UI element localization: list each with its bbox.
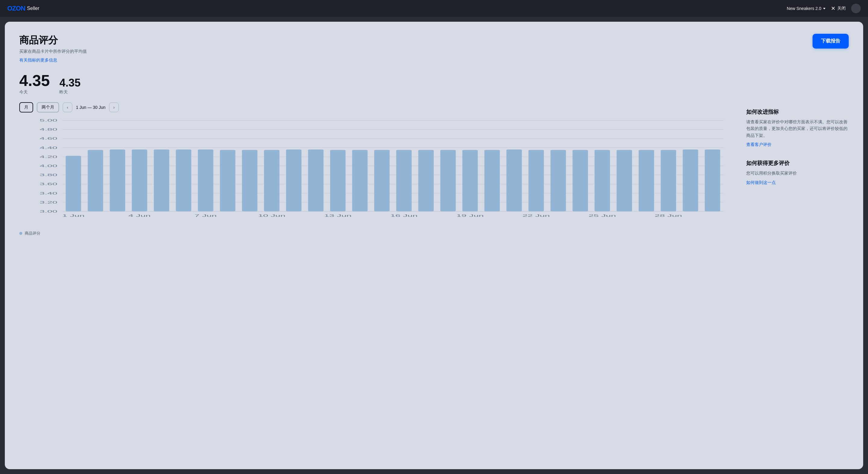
svg-rect-44 [551, 150, 566, 211]
svg-text:3.20: 3.20 [40, 201, 58, 204]
topnav-right: New Sneakers 2.0 ✕ 关闭 [787, 4, 861, 13]
svg-rect-30 [242, 150, 257, 211]
svg-rect-49 [661, 150, 676, 211]
svg-text:25 Jun: 25 Jun [589, 214, 616, 218]
today-value: 4.35 [19, 73, 50, 88]
svg-rect-39 [440, 150, 456, 211]
svg-rect-37 [396, 150, 412, 211]
svg-text:4.40: 4.40 [40, 146, 58, 150]
svg-text:4.20: 4.20 [40, 155, 58, 159]
yesterday-label: 昨天 [59, 90, 81, 95]
close-button[interactable]: ✕ 关闭 [831, 5, 846, 12]
svg-text:22 Jun: 22 Jun [523, 214, 550, 218]
right-panel: 如何改进指标 请查看买家在评价中对哪些方面表示不满。您可以改善包装的质量，更加关… [746, 102, 849, 236]
view-customer-reviews-link[interactable]: 查看客户评价 [746, 142, 772, 147]
header-left: 商品评分 买家在商品卡片中所作评分的平均值 有关指标的更多信息 [19, 34, 87, 63]
svg-text:3.40: 3.40 [40, 191, 58, 195]
improve-metrics-text: 请查看买家在评价中对哪些方面表示不满。您可以改善包装的质量，更加关心您的买家，还… [746, 119, 849, 139]
controls-row: 月 两个月 ‹ 1 Jun — 30 Jun › [19, 102, 732, 113]
get-more-reviews-text: 您可以用积分换取买家评价 [746, 170, 849, 176]
svg-text:19 Jun: 19 Jun [456, 214, 484, 218]
get-more-reviews-block: 如何获得更多评价 您可以用积分换取买家评价 如何做到这一点 [746, 159, 849, 185]
svg-rect-29 [220, 150, 236, 211]
page-title: 商品评分 [19, 34, 87, 47]
legend-dot-icon [19, 232, 22, 235]
improve-metrics-block: 如何改进指标 请查看买家在评价中对哪些方面表示不满。您可以改善包装的质量，更加关… [746, 108, 849, 147]
topnav: OZON Seller New Sneakers 2.0 ✕ 关闭 [0, 0, 868, 17]
svg-text:4 Jun: 4 Jun [128, 214, 151, 218]
svg-rect-23 [88, 150, 103, 211]
svg-rect-42 [506, 150, 522, 211]
svg-text:4.80: 4.80 [40, 127, 58, 131]
user-avatar[interactable] [851, 4, 861, 13]
svg-rect-22 [66, 156, 81, 211]
svg-rect-38 [418, 150, 434, 211]
svg-text:13 Jun: 13 Jun [324, 214, 352, 218]
svg-text:28 Jun: 28 Jun [655, 214, 682, 218]
svg-rect-27 [176, 150, 191, 211]
svg-text:16 Jun: 16 Jun [390, 214, 418, 218]
svg-rect-35 [352, 150, 367, 211]
get-more-reviews-title: 如何获得更多评价 [746, 159, 849, 167]
svg-text:4.00: 4.00 [40, 164, 58, 168]
svg-rect-36 [374, 150, 390, 211]
svg-rect-41 [484, 150, 500, 211]
chart-container: 5.004.804.604.404.204.003.803.603.403.20… [19, 117, 732, 227]
store-name: New Sneakers 2.0 [787, 6, 821, 11]
svg-text:3.60: 3.60 [40, 182, 58, 186]
svg-text:7 Jun: 7 Jun [194, 214, 217, 218]
svg-rect-46 [595, 150, 610, 211]
svg-text:5.00: 5.00 [40, 119, 58, 122]
today-stat: 4.35 今天 [19, 73, 50, 95]
store-selector[interactable]: New Sneakers 2.0 [787, 6, 826, 11]
svg-rect-50 [683, 150, 698, 211]
stats-row: 4.35 今天 4.35 昨天 [19, 73, 849, 95]
yesterday-stat: 4.35 昨天 [59, 78, 81, 95]
yesterday-value: 4.35 [59, 78, 81, 88]
svg-text:1 Jun: 1 Jun [62, 214, 85, 218]
svg-rect-43 [528, 150, 544, 211]
svg-rect-28 [198, 150, 213, 211]
close-label: 关闭 [837, 6, 846, 11]
main-container: 商品评分 买家在商品卡片中所作评分的平均值 有关指标的更多信息 下载报告 4.3… [5, 22, 863, 469]
svg-rect-40 [462, 150, 478, 211]
logo-area: OZON Seller [7, 4, 39, 12]
chart-area: 月 两个月 ‹ 1 Jun — 30 Jun › 5.004.804.604.4… [19, 102, 732, 236]
chart-wrapper: 月 两个月 ‹ 1 Jun — 30 Jun › 5.004.804.604.4… [19, 102, 849, 236]
close-x-icon: ✕ [831, 5, 835, 12]
svg-rect-25 [132, 150, 147, 211]
svg-rect-47 [617, 150, 632, 211]
svg-rect-33 [308, 150, 323, 211]
svg-text:3.00: 3.00 [40, 210, 58, 213]
ozon-logo: OZON [7, 4, 25, 12]
svg-rect-48 [639, 150, 654, 211]
svg-rect-51 [705, 150, 720, 211]
improve-metrics-title: 如何改进指标 [746, 108, 849, 116]
tab-month-button[interactable]: 月 [19, 102, 33, 113]
prev-period-button[interactable]: ‹ [63, 102, 72, 112]
svg-rect-26 [154, 150, 169, 211]
svg-rect-31 [264, 150, 279, 211]
tab-two-months-button[interactable]: 两个月 [37, 102, 59, 113]
date-range-label: 1 Jun — 30 Jun [76, 105, 105, 110]
today-label: 今天 [19, 90, 50, 95]
svg-text:10 Jun: 10 Jun [258, 214, 285, 218]
chevron-down-icon [823, 8, 826, 9]
how-to-do-link[interactable]: 如何做到这一点 [746, 180, 776, 185]
svg-rect-24 [110, 150, 125, 211]
svg-text:3.80: 3.80 [40, 173, 58, 177]
chart-legend: 商品评分 [19, 231, 732, 236]
svg-rect-32 [286, 150, 301, 211]
svg-text:4.60: 4.60 [40, 137, 58, 141]
seller-label: Seller [27, 6, 39, 11]
bar-chart: 5.004.804.604.404.204.003.803.603.403.20… [19, 117, 732, 226]
page-subtitle: 买家在商品卡片中所作评分的平均值 [19, 49, 87, 54]
svg-rect-45 [572, 150, 588, 211]
next-period-button[interactable]: › [109, 102, 119, 112]
header-row: 商品评分 买家在商品卡片中所作评分的平均值 有关指标的更多信息 下载报告 [19, 34, 849, 63]
download-report-button[interactable]: 下载报告 [812, 34, 849, 49]
more-info-link[interactable]: 有关指标的更多信息 [19, 58, 57, 62]
svg-rect-34 [330, 150, 345, 211]
legend-label: 商品评分 [25, 231, 40, 236]
